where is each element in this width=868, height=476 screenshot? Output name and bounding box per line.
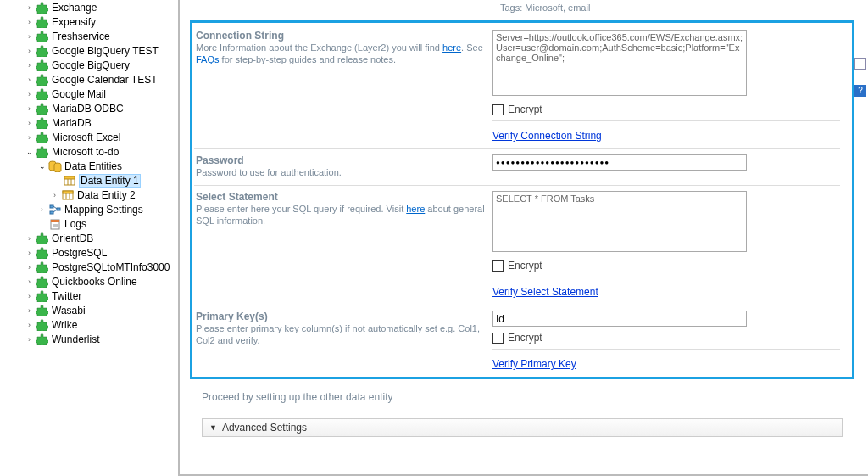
- tree-google-calendar-test[interactable]: › Google Calendar TEST: [25, 72, 174, 87]
- tree-wrike[interactable]: › Wrike: [25, 317, 174, 332]
- faqs-link[interactable]: FAQs: [196, 54, 220, 64]
- puzzle-icon: [36, 116, 49, 130]
- chevron-right-icon: ›: [25, 31, 34, 41]
- svg-rect-11: [50, 211, 53, 214]
- highlighted-settings-box: Connection String More Information about…: [190, 20, 854, 379]
- puzzle-icon: [36, 275, 49, 288]
- proceed-text: Proceed by setting up the other data ent…: [202, 391, 843, 403]
- chevron-right-icon: ›: [25, 3, 34, 12]
- chevron-right-icon: ›: [25, 262, 34, 272]
- tree-twitter[interactable]: › Twitter: [25, 288, 174, 303]
- tree-mapping-settings[interactable]: › Mapping Settings: [37, 202, 174, 216]
- tree-label: Freshservice: [52, 31, 110, 42]
- advanced-settings-expander[interactable]: ▼ Advanced Settings: [202, 418, 843, 437]
- tree-label: OrientDB: [52, 232, 93, 244]
- tree-postgresql[interactable]: › PostgreSQL: [25, 245, 174, 260]
- primary-key-desc: Please enter primary key column(s) if no…: [196, 322, 492, 346]
- tree-label: Microsoft to-do: [52, 146, 119, 158]
- tree-wasabi[interactable]: › Wasabi: [25, 303, 174, 317]
- connection-string-input[interactable]: [492, 30, 747, 96]
- encrypt-label: Encrypt: [508, 104, 542, 115]
- chevron-right-icon: ›: [25, 17, 34, 26]
- help-icon[interactable]: ?: [854, 85, 866, 97]
- tree-google-mail[interactable]: › Google Mail: [25, 87, 174, 101]
- encrypt-label: Encrypt: [508, 332, 542, 344]
- tree-mariadb[interactable]: › MariaDB: [25, 115, 174, 130]
- svg-rect-7: [63, 191, 73, 193]
- password-input[interactable]: [492, 154, 747, 171]
- sql-here-link[interactable]: here: [406, 204, 425, 214]
- select-title: Select Statement: [196, 191, 492, 203]
- encrypt-label: Encrypt: [508, 260, 542, 272]
- encrypt-primary-key-checkbox[interactable]: [492, 333, 504, 344]
- puzzle-icon: [36, 333, 49, 346]
- puzzle-icon: [36, 30, 49, 43]
- select-statement-row: Select Statement Please enter here your …: [194, 185, 840, 305]
- chevron-right-icon: ›: [25, 60, 34, 70]
- tree-wunderlist[interactable]: › Wunderlist: [25, 332, 174, 346]
- encrypt-select-checkbox[interactable]: [492, 260, 504, 272]
- puzzle-icon: [36, 131, 49, 144]
- desc-text: More Information about the Exchange (Lay…: [196, 42, 442, 53]
- chevron-down-icon: ⌄: [37, 161, 47, 171]
- tree-data-entity-2[interactable]: › Data Entity 2: [50, 188, 174, 202]
- tree-label: Data Entities: [64, 160, 122, 172]
- tree-microsoft-excel[interactable]: › Microsoft Excel: [25, 130, 174, 144]
- tree-label: MariaDB ODBC: [52, 103, 124, 115]
- tree-label: Google Mail: [52, 88, 106, 100]
- tree-expensify[interactable]: › Expensify: [25, 14, 174, 29]
- tree-bigquery-test[interactable]: › Google BigQuery TEST: [25, 43, 174, 58]
- tree-orientdb[interactable]: › OrientDB: [25, 231, 174, 245]
- tree-data-entity-1[interactable]: Data Entity 1: [63, 173, 174, 188]
- chevron-right-icon: ›: [25, 89, 34, 98]
- chevron-right-icon: ›: [25, 320, 34, 329]
- puzzle-icon: [36, 102, 49, 115]
- tree-label: MariaDB: [52, 117, 92, 129]
- tree-mariadb-odbc[interactable]: › MariaDB ODBC: [25, 101, 174, 115]
- desc-text: Please enter here your SQL query if requ…: [196, 204, 406, 214]
- tree-label: Microsoft Excel: [52, 132, 120, 143]
- triangle-down-icon: ▼: [209, 423, 217, 432]
- svg-rect-12: [57, 208, 60, 210]
- tree-label: Google Calendar TEST: [52, 74, 158, 86]
- tree-bigquery[interactable]: › Google BigQuery: [25, 58, 174, 72]
- verify-select-link[interactable]: Verify Select Statement: [492, 286, 598, 298]
- tree-exchange[interactable]: › Exchange: [25, 0, 174, 14]
- side-tool-icon[interactable]: [854, 58, 866, 70]
- connection-string-desc: More Information about the Exchange (Lay…: [196, 42, 492, 65]
- select-statement-input[interactable]: [492, 191, 747, 252]
- svg-rect-3: [64, 176, 75, 179]
- tree-quickbooks[interactable]: › Quickbooks Online: [25, 274, 174, 288]
- chevron-right-icon: ›: [25, 233, 34, 243]
- chevron-right-icon: ›: [37, 204, 47, 214]
- encrypt-connection-checkbox[interactable]: [492, 104, 504, 115]
- verify-primary-key-link[interactable]: Verify Primary Key: [492, 358, 576, 370]
- tree-label: Wunderlist: [52, 333, 99, 345]
- puzzle-icon: [36, 1, 49, 14]
- chevron-right-icon: ›: [25, 118, 34, 127]
- puzzle-icon: [36, 289, 49, 303]
- tree-microsoft-todo[interactable]: ⌄ Microsoft to-do: [25, 144, 174, 159]
- puzzle-icon: [36, 304, 49, 317]
- advanced-settings-label: Advanced Settings: [222, 422, 307, 434]
- tree-label: Data Entity 2: [77, 189, 136, 201]
- tree-label: PostgreSQLtoMTInfo3000: [52, 261, 170, 273]
- logs-icon: [48, 217, 62, 231]
- primary-key-row: Primary Key(s) Please enter primary key …: [194, 305, 840, 372]
- tree-postgresql-mtinfo[interactable]: › PostgreSQLtoMTInfo3000: [25, 260, 174, 274]
- svg-line-13: [53, 206, 57, 209]
- chevron-right-icon: ›: [50, 190, 59, 199]
- chevron-right-icon: ›: [25, 104, 34, 113]
- puzzle-icon: [36, 59, 49, 72]
- tree-label: Quickbooks Online: [52, 276, 137, 288]
- verify-connection-link[interactable]: Verify Connection String: [492, 130, 602, 142]
- puzzle-icon: [36, 145, 49, 159]
- tree-freshservice[interactable]: › Freshservice: [25, 29, 174, 43]
- tree-label: Twitter: [52, 290, 81, 302]
- primary-key-input[interactable]: [492, 311, 747, 327]
- tree-logs[interactable]: Logs: [48, 216, 174, 231]
- puzzle-icon: [36, 246, 49, 260]
- chevron-right-icon: ›: [25, 334, 34, 344]
- tree-data-entities[interactable]: ⌄ Data Entities: [37, 159, 174, 173]
- here-link[interactable]: here: [442, 42, 461, 53]
